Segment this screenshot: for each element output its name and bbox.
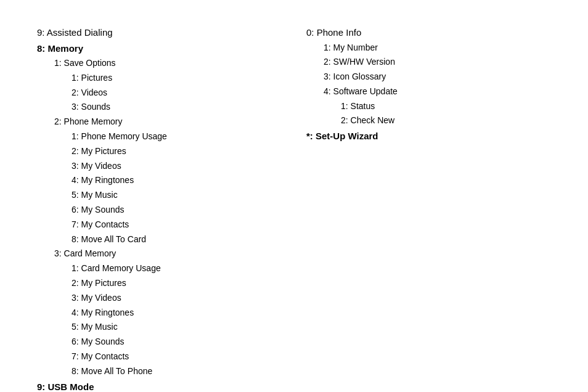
menu-item: 1: Card Memory Usage [37,261,282,276]
menu-item: 2: My Pictures [37,144,282,159]
menu-item: 3: Sounds [37,100,282,115]
menu-item: 7: My Contacts [37,349,282,364]
menu-item: 3: Card Memory [37,247,282,261]
menu-item: 5: My Music [37,320,282,335]
menu-item: 8: Move All To Card [37,232,282,247]
menu-item: 3: My Videos [37,159,282,174]
menu-item: 2: My Pictures [37,276,282,291]
menu-item: 1: Save Options [37,56,282,71]
menu-item: 2: Videos [37,86,282,100]
menu-item: 7: My Contacts [37,218,282,232]
menu-item: 1: My Number [306,41,551,55]
right-column: 0: Phone Info1: My Number2: SW/HW Versio… [294,25,551,392]
menu-item: 2: SW/HW Version [306,55,551,70]
menu-item: 8: Memory [37,41,282,57]
menu-item: 2: Phone Memory [37,115,282,129]
menu-item: 6: My Sounds [37,203,282,218]
page-container: 9: Assisted Dialing8: Memory1: Save Opti… [0,0,588,392]
menu-item: 8: Move All To Phone [37,364,282,379]
menu-item: 6: My Sounds [37,335,282,349]
menu-item: 4: Software Update [306,84,551,99]
left-column: 9: Assisted Dialing8: Memory1: Save Opti… [37,25,294,392]
menu-item: *: Set-Up Wizard [306,128,551,144]
menu-item: 0: Phone Info [306,25,551,41]
menu-item: 4: My Ringtones [37,306,282,321]
menu-item: 3: Icon Glossary [306,70,551,84]
menu-item: 9: USB Mode [37,379,282,392]
menu-item: 4: My Ringtones [37,173,282,188]
menu-item: 1: Phone Memory Usage [37,129,282,144]
menu-item: 2: Check New [306,113,551,128]
menu-item: 5: My Music [37,188,282,203]
menu-item: 1: Status [306,99,551,114]
menu-item: 9: Assisted Dialing [37,25,282,41]
menu-item: 1: Pictures [37,71,282,86]
menu-item: 3: My Videos [37,291,282,306]
